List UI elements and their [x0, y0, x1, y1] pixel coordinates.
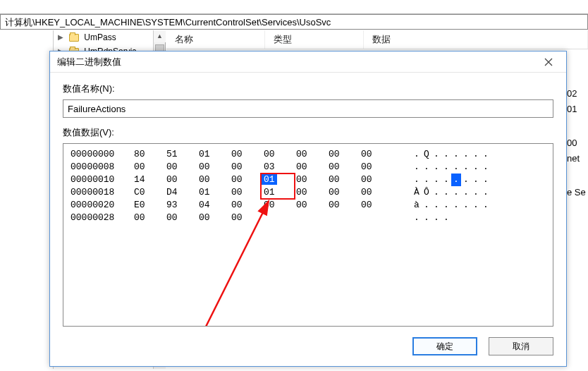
hex-byte[interactable]: 04: [199, 199, 231, 212]
ok-button[interactable]: 确定: [412, 337, 477, 355]
hex-ascii-char[interactable]: .: [441, 186, 451, 199]
hex-byte[interactable]: C0: [134, 186, 166, 199]
hex-ascii-char[interactable]: .: [441, 212, 451, 224]
hex-byte[interactable]: 00: [329, 199, 361, 212]
hex-byte[interactable]: 00: [199, 212, 231, 224]
hex-ascii-char[interactable]: .: [441, 174, 451, 186]
hex-ascii-char[interactable]: .: [441, 199, 451, 212]
hex-ascii-char[interactable]: .: [412, 148, 422, 161]
hex-byte[interactable]: 00: [166, 161, 199, 174]
hex-ascii[interactable]: ÀÔ......: [402, 186, 491, 199]
hex-bytes[interactable]: 0000000003000000: [134, 161, 402, 174]
hex-byte[interactable]: 80: [134, 148, 166, 161]
hex-ascii-char[interactable]: .: [451, 174, 461, 186]
hex-byte[interactable]: 00: [231, 161, 264, 174]
hex-byte[interactable]: 00: [296, 161, 329, 174]
hex-byte[interactable]: 00: [329, 186, 361, 199]
hex-ascii-char[interactable]: .: [431, 161, 441, 174]
hex-ascii-char[interactable]: .: [441, 161, 451, 174]
cancel-button[interactable]: 取消: [489, 337, 553, 355]
hex-row[interactable]: 0000002800000000....: [71, 212, 546, 224]
hex-ascii-char[interactable]: .: [412, 212, 422, 224]
hex-ascii-char[interactable]: .: [451, 161, 461, 174]
hex-ascii-char[interactable]: .: [422, 212, 431, 224]
hex-byte[interactable]: 00: [231, 199, 264, 212]
hex-ascii[interactable]: à.......: [402, 199, 491, 212]
hex-byte[interactable]: 00: [166, 212, 199, 224]
hex-ascii-char[interactable]: .: [431, 186, 441, 199]
hex-bytes[interactable]: 8051010000000000: [134, 148, 402, 161]
hex-byte[interactable]: D4: [166, 186, 199, 199]
hex-ascii-char[interactable]: .: [471, 186, 481, 199]
hex-ascii-char[interactable]: .: [461, 174, 471, 186]
hex-ascii-char[interactable]: .: [422, 161, 431, 174]
hex-byte[interactable]: 01: [264, 174, 296, 186]
hex-bytes[interactable]: 1400000001000000: [134, 174, 402, 186]
hex-ascii-char[interactable]: .: [481, 199, 491, 212]
hex-ascii-char[interactable]: .: [481, 174, 491, 186]
hex-byte[interactable]: 00: [296, 174, 329, 186]
hex-byte[interactable]: 00: [199, 161, 231, 174]
hex-row[interactable]: 00000018C0D4010001000000ÀÔ......: [71, 186, 546, 199]
hex-ascii-char[interactable]: .: [481, 148, 491, 161]
hex-byte[interactable]: 00: [166, 174, 199, 186]
hex-byte[interactable]: 00: [296, 148, 329, 161]
hex-ascii-char[interactable]: .: [461, 199, 471, 212]
hex-byte[interactable]: 93: [166, 199, 199, 212]
hex-byte[interactable]: 00: [134, 161, 166, 174]
hex-byte[interactable]: 01: [199, 148, 231, 161]
hex-byte[interactable]: 00: [264, 148, 296, 161]
hex-byte[interactable]: 00: [231, 148, 264, 161]
regedit-address-bar[interactable]: 计算机\HKEY_LOCAL_MACHINE\SYSTEM\CurrentCon…: [0, 14, 588, 30]
hex-byte[interactable]: 01: [264, 186, 296, 199]
hex-byte[interactable]: 00: [231, 186, 264, 199]
hex-ascii-char[interactable]: .: [471, 174, 481, 186]
hex-ascii-char[interactable]: .: [412, 161, 422, 174]
hex-ascii-char[interactable]: .: [461, 186, 471, 199]
hex-ascii-char[interactable]: .: [422, 174, 431, 186]
hex-ascii-char[interactable]: .: [431, 174, 441, 186]
hex-byte[interactable]: E0: [134, 199, 166, 212]
hex-byte[interactable]: 00: [296, 199, 329, 212]
hex-byte[interactable]: 00: [199, 174, 231, 186]
hex-ascii-char[interactable]: Q: [422, 148, 431, 161]
hex-ascii-char[interactable]: .: [481, 186, 491, 199]
hex-byte[interactable]: 00: [134, 212, 166, 224]
tree-item-umpass[interactable]: ▶ UmPass: [54, 30, 165, 44]
hex-byte[interactable]: 00: [361, 174, 393, 186]
value-name-input[interactable]: [63, 99, 553, 118]
hex-ascii[interactable]: ........: [402, 174, 491, 186]
hex-ascii-char[interactable]: Ô: [422, 186, 431, 199]
hex-byte[interactable]: 03: [264, 161, 296, 174]
hex-byte[interactable]: 00: [296, 186, 329, 199]
col-name[interactable]: 名称: [166, 30, 265, 49]
hex-byte[interactable]: 00: [231, 212, 264, 224]
hex-ascii-char[interactable]: .: [461, 161, 471, 174]
hex-ascii-char[interactable]: .: [481, 161, 491, 174]
hex-ascii-char[interactable]: .: [431, 199, 441, 212]
hex-row[interactable]: 000000101400000001000000........: [71, 174, 546, 186]
hex-byte[interactable]: 00: [264, 199, 296, 212]
hex-ascii[interactable]: ....: [402, 212, 451, 224]
hex-ascii[interactable]: ........: [402, 161, 491, 174]
hex-ascii-char[interactable]: .: [451, 148, 461, 161]
hex-byte[interactable]: 00: [329, 148, 361, 161]
hex-bytes[interactable]: E093040000000000: [134, 199, 402, 212]
close-button[interactable]: [538, 51, 559, 73]
hex-byte[interactable]: 00: [231, 174, 264, 186]
hex-byte[interactable]: 51: [166, 148, 199, 161]
hex-byte[interactable]: 00: [361, 186, 393, 199]
hex-byte[interactable]: 00: [361, 161, 393, 174]
scroll-up-button[interactable]: ▲: [154, 30, 166, 42]
hex-ascii-char[interactable]: .: [451, 186, 461, 199]
hex-ascii-char[interactable]: .: [471, 161, 481, 174]
hex-ascii-char[interactable]: .: [471, 199, 481, 212]
hex-byte[interactable]: 01: [199, 186, 231, 199]
hex-ascii-char[interactable]: .: [431, 212, 441, 224]
hex-bytes[interactable]: 00000000: [134, 212, 402, 224]
hex-ascii-char[interactable]: .: [451, 199, 461, 212]
hex-byte[interactable]: 00: [361, 199, 393, 212]
hex-byte[interactable]: 14: [134, 174, 166, 186]
hex-ascii-char[interactable]: à: [412, 199, 422, 212]
hex-row[interactable]: 000000008051010000000000.Q......: [71, 148, 546, 161]
